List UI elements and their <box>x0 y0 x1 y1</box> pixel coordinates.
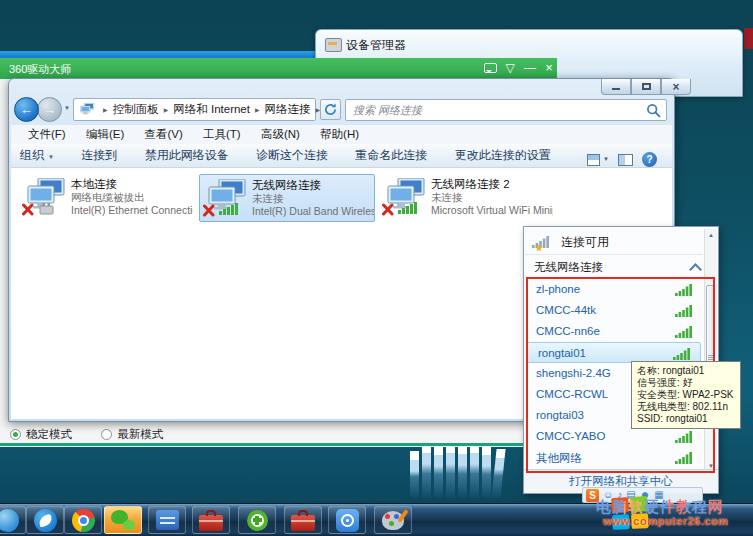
recent-pages-caret-icon[interactable]: ▼ <box>64 105 70 111</box>
taskbar-app-paint[interactable] <box>374 506 412 534</box>
scrollbar-thumb[interactable] <box>706 285 715 369</box>
radio-stable-mode[interactable]: 稳定模式 <box>10 428 72 441</box>
network-name: CMCC-RCWL <box>536 388 608 400</box>
breadcrumb-network-internet[interactable]: 网络和 Internet <box>173 102 250 117</box>
menu-help[interactable]: 帮助(H) <box>320 128 359 140</box>
voice-icon[interactable]: ♪ <box>617 488 622 502</box>
change-settings-button[interactable]: 更改此连接的设置 <box>455 148 551 162</box>
radio-stable-label: 稳定模式 <box>26 428 72 440</box>
maximize-button[interactable] <box>631 79 661 95</box>
network-item-highlighted[interactable]: rongtai01 <box>526 342 701 363</box>
adapter-info: 本地连接 网络电缆被拔出 Intel(R) Ethernet Connectio… <box>71 177 193 217</box>
tooltip-security-type: 安全类型: WPA2-PSK <box>637 389 735 401</box>
network-item[interactable]: zl-phone <box>525 279 702 300</box>
adapter-wireless-connection[interactable]: 无线网络连接 未连接 Intel(R) Dual Band Wireless-A… <box>199 174 375 222</box>
chevron-right-icon: ▶ <box>255 106 260 113</box>
adapter-local-connection[interactable]: 本地连接 网络电缆被拔出 Intel(R) Ethernet Connectio… <box>19 174 195 222</box>
caret-down-icon: ▼ <box>48 154 54 160</box>
adapter-device: Intel(R) Ethernet Connection I2... <box>71 204 193 217</box>
toolbox-icon <box>291 515 315 531</box>
breadcrumb-network-connections[interactable]: 网络连接 <box>265 102 311 117</box>
menu-view[interactable]: 查看(V) <box>144 128 182 140</box>
profile-icon[interactable]: ☻ <box>640 488 651 502</box>
wireless-section-header[interactable]: 无线网络连接 <box>524 257 718 277</box>
menu-edit[interactable]: 编辑(E) <box>86 128 124 140</box>
minimize-button[interactable] <box>601 79 631 95</box>
menu-tools[interactable]: 工具(T) <box>203 128 241 140</box>
green-ring-icon <box>247 510 268 531</box>
driver-master-titlebar[interactable]: 360驱动大师 ▽ — × <box>0 58 557 79</box>
tooltip-name: 名称: rongtai01 <box>637 365 735 377</box>
scroll-up-icon[interactable]: ▲ <box>705 232 717 238</box>
adapter-wireless-connection-2[interactable]: 无线网络连接 2 未连接 Microsoft Virtual WiFi Mini… <box>379 174 555 222</box>
network-item-other[interactable]: 其他网络 <box>525 447 702 468</box>
chevron-up-icon[interactable] <box>689 263 702 276</box>
taskbar: S ? ▲ 43℃ CPU温度 ^ 17:55 周四 2021/2/18 <box>0 503 753 536</box>
menu-file[interactable]: 文件(F) <box>28 128 66 140</box>
network-name: CMCC-nn6e <box>536 325 600 337</box>
rename-connection-button[interactable]: 重命名此连接 <box>355 148 427 162</box>
network-item[interactable]: CMCC-44tk <box>525 300 702 321</box>
adapter-name: 本地连接 <box>71 177 193 191</box>
breadcrumb-control-panel[interactable]: 控制面板 <box>113 102 159 117</box>
flyout-header: ★ 连接可用 <box>524 230 718 254</box>
network-item[interactable]: CMCC-YABO <box>525 426 702 447</box>
taskbar-app-browser[interactable] <box>26 506 64 534</box>
taskbar-app-360[interactable] <box>238 506 276 534</box>
feedback-icon[interactable] <box>484 63 497 73</box>
connect-to-button[interactable]: 连接到 <box>81 148 117 162</box>
taskbar-app-toolbox-2[interactable] <box>284 506 322 534</box>
diagnose-connection-button[interactable]: 诊断这个连接 <box>256 148 328 162</box>
taskbar-app-chrome[interactable] <box>64 506 102 534</box>
network-name: rongtai03 <box>536 409 584 421</box>
wifi-networks-flyout: ★ 连接可用 无线网络连接 zl-phone CMCC-44tk CMCC-nn… <box>523 226 719 494</box>
network-name: shengshi-2.4G <box>536 367 611 379</box>
menu-advanced[interactable]: 高级(N) <box>261 128 300 140</box>
taskbar-app-device-panel[interactable] <box>148 506 186 534</box>
refresh-button[interactable] <box>320 99 341 120</box>
refresh-icon <box>324 103 337 116</box>
toolbox-grid-icon[interactable]: ▦ <box>654 488 663 502</box>
taskbar-app-driver-master[interactable] <box>328 506 366 534</box>
emoji-icon[interactable]: ☺ <box>603 488 613 502</box>
search-input[interactable] <box>346 100 666 120</box>
sogou-input-toolbar[interactable]: S ☺ ♪ ▤ ☻ ▦ <box>582 487 703 503</box>
star-icon: ★ <box>535 243 543 253</box>
network-name: CMCC-44tk <box>536 304 596 316</box>
flyout-scrollbar[interactable]: ▲ ▼ <box>704 229 717 472</box>
sogou-logo-icon[interactable]: S <box>586 489 599 502</box>
minimize-icon[interactable]: — <box>522 60 538 76</box>
radio-latest-mode[interactable]: 最新模式 <box>101 428 163 441</box>
signal-bars-icon <box>675 451 693 464</box>
network-name: rongtai01 <box>538 347 586 359</box>
taskbar-app-partial[interactable] <box>0 506 26 534</box>
dropdown-icon[interactable]: ▽ <box>502 60 518 76</box>
minimize-icon <box>612 88 620 90</box>
open-network-sharing-center-link[interactable]: 打开网络和共享中心 <box>569 475 673 487</box>
close-button[interactable]: × <box>661 79 691 95</box>
search-icon[interactable] <box>646 103 661 118</box>
network-item[interactable]: CMCC-nn6e <box>525 321 702 342</box>
network-name: CMCC-YABO <box>536 430 605 442</box>
keyboard-icon[interactable]: ▤ <box>626 488 635 502</box>
preview-pane-icon[interactable] <box>618 154 633 166</box>
breadcrumb: ▶ 控制面板 ▶ 网络和 Internet ▶ 网络连接 ▶ ▼ <box>73 98 316 121</box>
driver-master-icon <box>336 509 359 532</box>
back-button[interactable]: ← <box>14 97 39 122</box>
device-manager-icon <box>325 38 342 52</box>
change-view-icon[interactable] <box>587 154 600 166</box>
taskbar-app-toolbox-1[interactable] <box>192 506 230 534</box>
organize-button[interactable]: 组织▼ <box>20 148 54 162</box>
close-icon[interactable]: × <box>541 60 557 76</box>
wallpaper-bars-graphic <box>410 444 512 498</box>
device-manager-title: 设备管理器 <box>346 37 406 54</box>
disable-device-button[interactable]: 禁用此网络设备 <box>145 148 229 162</box>
wireless-adapter-icon <box>382 178 426 216</box>
forward-button[interactable]: → <box>37 97 62 122</box>
network-folder-icon <box>78 103 95 117</box>
adapter-info: 无线网络连接 2 未连接 Microsoft Virtual WiFi Mini… <box>431 177 553 217</box>
background-window-edge <box>744 28 753 49</box>
taskbar-app-wechat[interactable] <box>104 506 142 534</box>
palette-icon <box>382 511 404 530</box>
help-icon[interactable]: ? <box>642 152 657 167</box>
